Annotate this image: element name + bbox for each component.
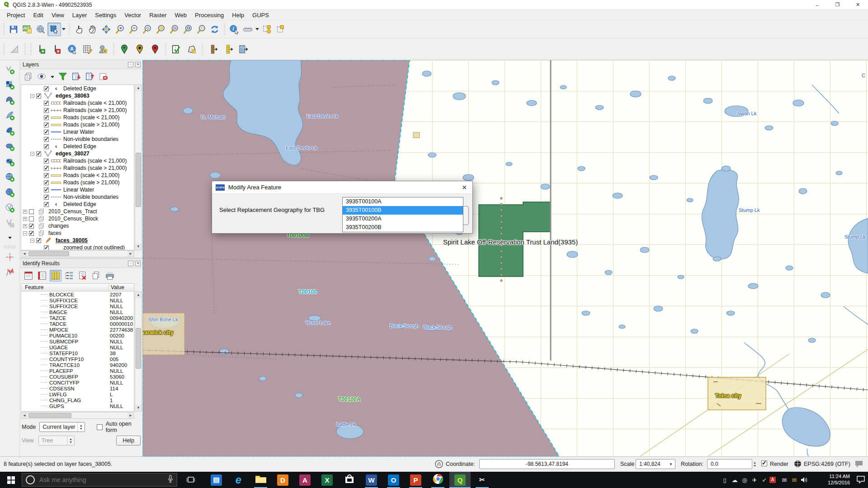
select-feature-tool-icon[interactable] (47, 23, 61, 36)
layer-visibility-checkbox[interactable] (44, 101, 49, 106)
pdf-icon[interactable]: A (769, 477, 776, 483)
close-button[interactable]: ✕ (848, 0, 868, 9)
identify-result-row[interactable]: BAGCENULL (21, 309, 134, 315)
identify-result-row[interactable]: COUSUBFP53060 (21, 374, 134, 380)
manage-visibility-icon[interactable] (36, 71, 48, 83)
identify-result-row[interactable]: MPOCE22774638 (21, 327, 134, 333)
menu-item-help[interactable]: Help (228, 11, 248, 19)
modify-point-marker-icon[interactable]: ✱ (132, 42, 147, 57)
layer-tree-item[interactable]: −edges_38063 (21, 92, 134, 99)
map-canvas[interactable]: St. MichaelEast Devils LkEast Devils LkS… (143, 60, 868, 456)
mode-spin-arrows[interactable]: ▲▼ (77, 422, 85, 432)
identify-result-row[interactable]: CDSESSN114 (21, 385, 134, 391)
identify-float-button[interactable]: ▫ (128, 261, 133, 266)
auto-open-form-checkbox[interactable] (97, 424, 103, 430)
pan-map-icon[interactable] (86, 23, 99, 36)
tree-expander-icon[interactable]: − (30, 94, 34, 98)
cad-tools-icon[interactable] (2, 249, 18, 265)
layer-tree-item[interactable]: +2010_Census_Block (21, 215, 134, 222)
layer-tree-item[interactable]: −faces (21, 230, 134, 237)
layer-tree-item[interactable]: −faces_38005 (21, 237, 134, 244)
tree-expander-icon[interactable]: − (23, 231, 27, 235)
remove-layer-icon[interactable] (98, 71, 109, 83)
import-project-icon[interactable] (205, 42, 221, 57)
identify-table-mode-icon[interactable] (50, 270, 61, 282)
menu-item-vector[interactable]: Vector (120, 11, 145, 19)
layer-tree-item[interactable]: +changes (21, 222, 134, 230)
tree-expander-icon[interactable]: + (23, 224, 27, 228)
search-input[interactable] (35, 476, 168, 483)
new-shapefile-layer-icon-dropdown[interactable] (7, 231, 13, 244)
measure-line-icon-dropdown[interactable] (255, 23, 260, 36)
layers-close-button[interactable]: ✕ (135, 62, 141, 67)
microphone-icon[interactable] (168, 475, 173, 485)
identify-result-row[interactable]: COUNTYFP10005 (21, 356, 134, 362)
layer-tree-item[interactable]: Railroads (scale > 21,000) (21, 164, 134, 172)
add-oracle-layer-icon[interactable] (2, 139, 18, 154)
task-view-icon[interactable] (183, 474, 199, 485)
layer-tree-item[interactable]: Linear Water (21, 128, 134, 136)
epsg-icon[interactable] (794, 460, 802, 469)
identify-result-row[interactable]: CHNG_FLAG1 (21, 397, 134, 403)
map-tips-icon[interactable] (7, 42, 22, 57)
layer-tree-item[interactable]: zoomed out (not outlined) (21, 244, 134, 250)
identify-result-row[interactable]: CONCITYFPNULL (21, 380, 134, 385)
mode-combobox[interactable]: Current layer ▲▼ (39, 422, 85, 432)
menu-item-edit[interactable]: Edit (29, 11, 47, 19)
taskbar-app-snipping-tool[interactable]: ✂ (472, 472, 493, 488)
zoom-full-icon[interactable] (140, 23, 154, 36)
clear-results-icon[interactable] (77, 270, 89, 282)
add-oracle-georaster-icon[interactable] (2, 154, 18, 169)
log-messages-icon[interactable] (854, 460, 863, 469)
taskbar-app-outlook[interactable]: O (383, 472, 404, 488)
identify-result-row[interactable]: LWFLGL (21, 391, 134, 397)
render-suspend-icon[interactable] (435, 460, 443, 469)
copy-composition-icon[interactable] (260, 23, 274, 36)
validate-edits-icon[interactable] (169, 42, 184, 57)
layer-tree-item[interactable]: −edges_38027 (21, 150, 134, 157)
scale-combobox[interactable]: 1:40,824 ▼ (636, 459, 675, 469)
delete-linework-icon[interactable] (49, 42, 65, 57)
dialog-close-button[interactable]: ✕ (460, 184, 469, 191)
onedrive-icon[interactable]: ☁ (730, 472, 740, 488)
layer-tree-item[interactable]: +2010_Census_Tract (21, 208, 134, 215)
menu-item-web[interactable]: Web (171, 11, 191, 19)
tree-expander-icon[interactable]: + (23, 210, 27, 214)
layers-vertical-scrollbar[interactable]: ▲▼ (135, 84, 142, 250)
dialog-option[interactable]: 3935T00200B (343, 223, 463, 232)
filter-legend-icon[interactable] (57, 71, 69, 83)
zoom-in-icon[interactable] (113, 23, 127, 36)
layer-tree-item[interactable]: Railroads (scale < 21,000) (21, 157, 134, 164)
rotation-spinbox[interactable]: 0.0 (707, 459, 752, 469)
zoom-last-icon[interactable] (181, 23, 194, 36)
layer-visibility-checkbox[interactable] (44, 122, 49, 127)
zoom-out-icon[interactable] (127, 23, 140, 36)
add-mssql-layer-icon[interactable] (2, 123, 18, 139)
layer-visibility-checkbox[interactable] (29, 216, 34, 221)
layer-tree-item[interactable]: ‹Deleted Edge (21, 201, 134, 208)
add-group-icon[interactable] (23, 71, 34, 83)
epsg-label[interactable]: EPSG:4269 (OTF) (804, 461, 850, 467)
zoom-to-selection-icon[interactable] (154, 23, 167, 36)
delete-point-marker-icon[interactable]: ✕ (147, 42, 163, 57)
identify-form-expand-icon[interactable] (36, 270, 48, 282)
layer-visibility-checkbox[interactable] (44, 180, 49, 185)
identify-result-row[interactable]: TADCE00000010 (21, 321, 134, 327)
start-button[interactable] (0, 472, 22, 488)
menu-item-settings[interactable]: Settings (91, 11, 120, 19)
action-center-icon[interactable] (856, 475, 865, 485)
maximize-button[interactable]: ❐ (827, 0, 848, 9)
taskbar-app-media-app[interactable]: D (272, 472, 293, 488)
layers-horizontal-scrollbar[interactable]: ◄► (21, 250, 134, 257)
layer-visibility-checkbox[interactable] (44, 166, 49, 171)
taskbar-app-access[interactable]: A (294, 472, 316, 488)
layer-visibility-checkbox[interactable] (44, 86, 49, 91)
taskbar-app-windows-store[interactable] (339, 472, 360, 488)
refresh-map-icon[interactable] (208, 23, 222, 36)
tree-expander-icon[interactable]: − (30, 152, 34, 156)
tree-expander-icon[interactable]: + (23, 217, 27, 221)
calendar-icon[interactable]: ✉ (789, 472, 799, 488)
identify-result-row[interactable]: UGACENULL (21, 344, 134, 350)
taskbar-app-qgis[interactable]: Q (449, 472, 471, 488)
layer-visibility-checkbox[interactable] (36, 238, 41, 243)
